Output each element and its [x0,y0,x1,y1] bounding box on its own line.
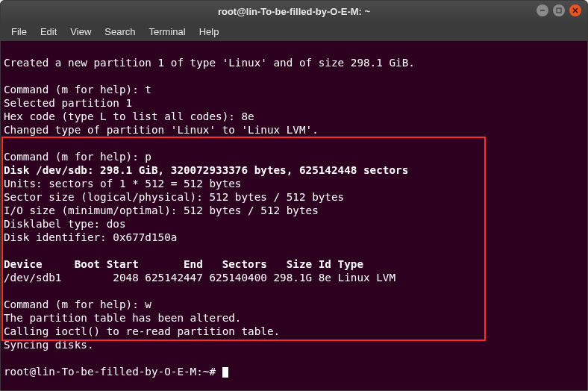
maximize-icon[interactable] [553,4,565,16]
term-line: Calling ioctl() to re-read partition tab… [4,325,280,337]
window-controls [537,4,581,16]
term-line: I/O size (minimum/optimal): 512 bytes / … [4,204,319,216]
term-line: Syncing disks. [4,339,94,351]
menu-help[interactable]: Help [193,24,225,40]
term-line-bold: Device Boot Start End Sectors Size Id Ty… [4,258,363,270]
term-line: Command (m for help): t [4,84,151,96]
menu-terminal[interactable]: Terminal [143,24,192,40]
term-line: Command (m for help): w [4,298,151,310]
minimize-icon[interactable] [537,4,548,16]
term-line: The partition table has been altered. [4,312,241,324]
window-title: root@lin-To-be-filled-by-O-E-M: ~ [218,6,370,17]
terminal-window: root@lin-To-be-filled-by-O-E-M: ~ File E… [0,0,588,391]
term-line: Disklabel type: dos [4,218,126,230]
menu-view[interactable]: View [64,24,97,40]
menu-search[interactable]: Search [98,24,141,40]
term-line: Units: sectors of 1 * 512 = 512 bytes [4,178,241,190]
term-line-bold: Disk /dev/sdb: 298.1 GiB, 320072933376 b… [4,164,408,176]
titlebar[interactable]: root@lin-To-be-filled-by-O-E-M: ~ [1,1,587,22]
term-line: Command (m for help): p [4,151,151,163]
shell-prompt: root@lin-To-be-filled-by-O-E-M:~# [4,366,222,378]
menubar: File Edit View Search Terminal Help [1,22,587,41]
close-icon[interactable] [569,4,581,16]
terminal-output[interactable]: Created a new partition 1 of type 'Linux… [1,41,587,390]
term-line: Hex code (type L to list all codes): 8e [4,110,254,122]
menu-edit[interactable]: Edit [34,24,63,40]
svg-rect-1 [557,8,561,13]
term-line: Disk identifier: 0x677d150a [4,231,177,243]
term-line: Created a new partition 1 of type 'Linux… [4,57,415,69]
term-line: /dev/sdb1 2048 625142447 625140400 298.1… [4,272,395,284]
term-line: Changed type of partition 'Linux' to 'Li… [4,124,319,136]
term-line: Selected partition 1 [4,97,132,109]
menu-file[interactable]: File [5,24,33,40]
cursor-icon [222,367,228,378]
term-line: Sector size (logical/physical): 512 byte… [4,191,344,203]
